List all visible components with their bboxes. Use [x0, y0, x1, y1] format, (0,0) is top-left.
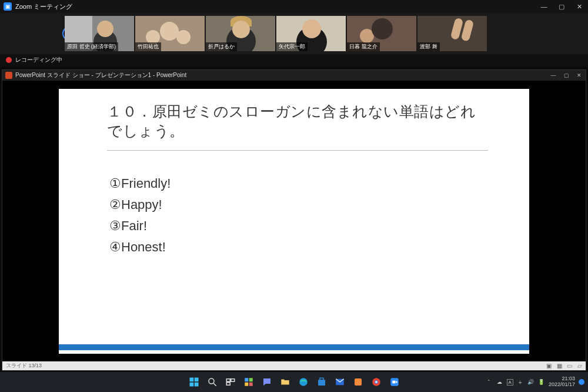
svg-line-5 [213, 383, 216, 386]
system-tray: ˄ ☁ A ⏚ 🔊 🔋 21:03 2022/01/17 [486, 376, 584, 388]
view-normal-icon[interactable]: ▣ [546, 363, 552, 369]
participant-name: 折戸はるか [206, 42, 237, 51]
participant-name: 原田 哲史 (経済学部) [65, 42, 118, 51]
taskbar-clock[interactable]: 21:03 2022/01/17 [549, 376, 575, 388]
svg-rect-11 [245, 383, 248, 386]
zoom-window-title: Zoom ミーティング [15, 2, 535, 11]
participant-tile[interactable]: 竹田祐也 [135, 16, 205, 51]
close-button[interactable]: ✕ [570, 0, 588, 13]
svg-point-4 [209, 378, 214, 384]
ppt-maximize-button[interactable]: ▢ [560, 70, 573, 81]
participant-tile[interactable]: 折戸はるか [206, 16, 275, 51]
notifications-icon[interactable] [579, 379, 584, 385]
file-explorer-button[interactable] [278, 374, 293, 390]
ppt-status-bar: スライド 13/13 ▣ ▦ ▭ ▱ [2, 361, 586, 370]
edge-button[interactable] [296, 374, 311, 390]
recording-label: レコーディング中 [15, 56, 62, 64]
ime-indicator[interactable]: A [507, 379, 513, 386]
ppt-slide-counter: スライド 13/13 [6, 362, 42, 370]
powerpoint-window: PowerPoint スライド ショー - プレゼンテーション1 - Power… [2, 69, 586, 371]
chrome-button[interactable] [369, 374, 384, 390]
answer-option: ②Happy! [109, 197, 171, 212]
participant-tile[interactable]: 原田 哲史 (経済学部) [65, 16, 134, 51]
chat-button[interactable] [259, 374, 275, 390]
volume-icon[interactable]: 🔊 [527, 378, 534, 386]
start-button[interactable] [186, 374, 202, 390]
clock-date: 2022/01/17 [549, 382, 575, 388]
onedrive-icon[interactable]: ☁ [496, 378, 503, 386]
ppt-slide: １０．原田ゼミのスローガンに含まれない単語はどれでしょう。 ①Friendly!… [59, 89, 529, 354]
search-button[interactable] [205, 374, 220, 390]
slide-divider [107, 150, 488, 151]
svg-rect-12 [249, 383, 252, 386]
svg-rect-17 [355, 378, 362, 386]
widgets-button[interactable] [241, 374, 256, 390]
minimize-button[interactable]: ― [535, 0, 553, 13]
taskbar-center [186, 374, 402, 390]
view-slideshow-icon[interactable]: ▱ [577, 363, 582, 369]
participant-tile[interactable]: 矢代宗一郎 [276, 16, 346, 51]
participant-name: 矢代宗一郎 [276, 42, 308, 51]
participant-name: 竹田祐也 [135, 42, 161, 51]
svg-rect-8 [226, 383, 230, 386]
ppt-view-buttons[interactable]: ▣ ▦ ▭ ▱ [543, 363, 582, 369]
ppt-slideshow-stage[interactable]: １０．原田ゼミのスローガンに含まれない単語はどれでしょう。 ①Friendly!… [2, 81, 586, 361]
tray-chevron-icon[interactable]: ˄ [486, 378, 493, 386]
mail-button[interactable] [332, 374, 348, 390]
svg-rect-6 [226, 379, 230, 382]
answer-option: ③Fair! [109, 218, 171, 234]
slide-answers: ①Friendly! ②Happy! ③Fair! ④Honest! [109, 176, 171, 261]
ppt-window-title: PowerPoint スライド ショー - プレゼンテーション1 - Power… [15, 71, 547, 79]
participant-tile[interactable]: 日暮 龍之介 [347, 16, 416, 51]
svg-point-13 [299, 378, 308, 386]
participant-name: 日暮 龍之介 [347, 42, 380, 51]
svg-rect-2 [189, 383, 193, 387]
ppt-titlebar: PowerPoint スライド ショー - プレゼンテーション1 - Power… [2, 70, 586, 81]
recording-indicator: レコーディング中 [0, 54, 588, 66]
svg-rect-0 [189, 378, 193, 382]
svg-point-20 [375, 381, 377, 383]
zoom-icon: ▣ [4, 2, 12, 11]
store-button[interactable] [314, 374, 329, 390]
answer-option: ①Friendly! [109, 176, 171, 191]
view-sorter-icon[interactable]: ▦ [557, 363, 562, 369]
svg-rect-3 [194, 383, 198, 387]
app-button[interactable] [350, 374, 366, 390]
svg-rect-9 [245, 378, 248, 381]
powerpoint-icon [5, 72, 12, 79]
maximize-button[interactable]: ▢ [553, 0, 570, 13]
wifi-icon[interactable]: ⏚ [517, 378, 524, 386]
svg-rect-15 [320, 378, 323, 380]
ppt-minimize-button[interactable]: ― [547, 70, 560, 81]
participant-gallery: 〈 原田 哲史 (経済学部) 竹田祐也 折戸はるか 矢代宗一郎 日暮 龍之介 渡… [0, 13, 588, 54]
zoom-taskbar-button[interactable] [387, 374, 402, 390]
record-dot-icon [6, 57, 12, 63]
svg-rect-10 [249, 378, 252, 381]
ppt-close-button[interactable]: ✕ [573, 70, 586, 81]
battery-icon[interactable]: 🔋 [538, 378, 545, 386]
slide-footer-bar [59, 344, 529, 350]
view-reading-icon[interactable]: ▭ [567, 363, 572, 369]
svg-rect-1 [194, 378, 198, 382]
task-view-button[interactable] [223, 374, 238, 390]
participant-tile[interactable]: 渡部 舞 [417, 16, 487, 51]
answer-option: ④Honest! [109, 240, 171, 255]
participant-name: 渡部 舞 [417, 42, 440, 51]
svg-rect-7 [230, 379, 234, 382]
slide-question: １０．原田ゼミのスローガンに含まれない単語はどれでしょう。 [107, 102, 488, 142]
zoom-titlebar: ▣ Zoom ミーティング ― ▢ ✕ [0, 0, 588, 13]
windows-taskbar: ˄ ☁ A ⏚ 🔊 🔋 21:03 2022/01/17 [0, 372, 588, 392]
